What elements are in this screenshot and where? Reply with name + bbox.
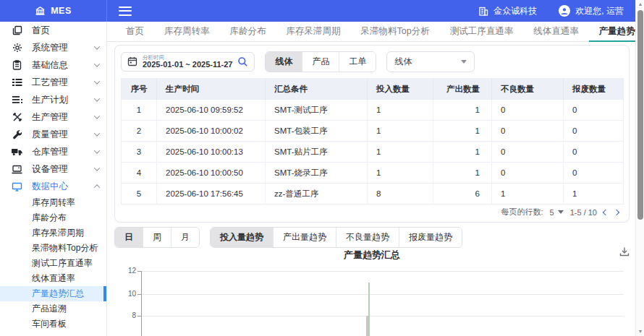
sidebar-subitem-workshop-board[interactable]: 车间看板 (0, 316, 106, 332)
trend-metric-toggle-group: 投入量趋势 产出量趋势 不良量趋势 报废量趋势 (210, 227, 462, 248)
sidebar-item-system-mgmt[interactable]: 系统管理 (0, 39, 106, 56)
period-option-month[interactable]: 月 (171, 228, 199, 247)
col-header-input-qty: 投入数量 (368, 79, 433, 100)
rows-per-page-select[interactable]: 5 (550, 208, 564, 217)
scroll-down-icon[interactable]: ▼ (637, 329, 643, 335)
chevron-down-icon (94, 95, 100, 101)
mes-app-window: MES 金众诚科技 (0, 0, 644, 336)
dimension-option-workorder[interactable]: 工单 (339, 52, 376, 72)
dimension-option-line[interactable]: 线体 (266, 52, 302, 72)
chart-controls-row: 日 周 月 投入量趋势 产出量趋势 不良量趋势 报废量趋势 (114, 227, 462, 248)
chevron-down-icon (94, 165, 100, 171)
sidebar-subitem-stock-age[interactable]: 库龄分布 (0, 210, 106, 225)
chevron-down-icon (94, 43, 100, 49)
app-title: MES (51, 6, 72, 16)
period-option-day[interactable]: 日 (115, 228, 143, 247)
company-name: 金众诚科技 (493, 5, 537, 17)
calendar-icon (127, 56, 137, 66)
y-axis-line (141, 271, 142, 336)
download-icon[interactable] (619, 246, 630, 257)
table-row[interactable]: 2 2025-06-10 10:00:02 SMT-包装工序 1 1 0 0 (122, 121, 624, 142)
y-axis-tick-label: 10 (109, 290, 136, 298)
user-avatar-icon (559, 5, 570, 17)
table-row[interactable]: 1 2025-06-10 09:59:52 SMT-测试工序 1 1 0 0 (122, 100, 624, 121)
chart-bar-highlight (368, 283, 370, 336)
app-logo[interactable]: MES (0, 0, 107, 22)
tab-output-trend[interactable]: 产量趋势汇总 × (589, 22, 635, 42)
chevron-down-icon (94, 113, 100, 119)
chevron-down-icon (94, 78, 100, 84)
chevron-up-icon (94, 184, 100, 190)
topbar-right: 金众诚科技 欢迎您, 运营 (478, 5, 635, 17)
table-row[interactable]: 4 2025-06-10 10:00:50 SMT-烧录工序 1 1 0 0 (122, 163, 624, 184)
list-icon (12, 77, 22, 88)
production-summary-table: 序号 生产时间 汇总条件 投入数量 产出数量 不良数量 报废数量 1 2025-… (121, 78, 624, 204)
tab-test-pass-rate[interactable]: 测试工序直通率 (440, 22, 524, 42)
sidebar-subitem-test-pass-rate[interactable]: 测试工序直通率 (0, 256, 106, 271)
chevron-down-icon (558, 210, 564, 214)
scroll-up-icon[interactable]: ▲ (637, 1, 643, 7)
line-select[interactable]: 线体 (386, 51, 475, 72)
chevron-down-icon (94, 61, 100, 66)
next-page-icon[interactable] (614, 209, 619, 215)
previous-page-icon[interactable] (603, 209, 609, 215)
tab-stagnant-top[interactable]: 呆滞物料Top分析 (351, 22, 440, 42)
trend-option-output[interactable]: 产出量趋势 (273, 228, 336, 247)
tab-stagnation-cycle[interactable]: 库存呆滞周期 (276, 22, 351, 42)
tab-inventory-turnover[interactable]: 库存周转率 (154, 22, 220, 42)
company-switcher[interactable]: 金众诚科技 (478, 5, 537, 17)
gridline (141, 316, 624, 316)
col-header-time: 生产时间 (157, 79, 266, 100)
tab-line-pass-rate[interactable]: 线体直通率 (523, 22, 589, 42)
user-menu[interactable]: 欢迎您, 运营 (559, 5, 624, 17)
table-row[interactable]: 3 2025-06-10 10:00:13 SMT-贴片工序 1 1 0 0 (122, 142, 624, 163)
main-content: 首页 库存周转率 库龄分布 库存呆滞周期 呆滞物料Top分析 测试工序直通率 线… (107, 22, 635, 336)
y-axis-tick-label: 8 (109, 311, 136, 319)
vertical-scrollbar[interactable]: ▲ ▼ (635, 0, 644, 336)
chevron-down-icon (461, 60, 467, 64)
dimension-toggle-group: 线体 产品 工单 (265, 51, 376, 72)
sidebar-item-data-center[interactable]: 数据中心 (0, 178, 106, 195)
welcome-text: 欢迎您, 运营 (575, 5, 624, 17)
tab-home[interactable]: 首页 (116, 22, 154, 42)
col-header-index: 序号 (122, 79, 157, 100)
table-header-row: 序号 生产时间 汇总条件 投入数量 产出数量 不良数量 报废数量 (122, 79, 624, 100)
hamburger-menu-icon[interactable] (119, 7, 132, 16)
sidebar-item-process-mgmt[interactable]: 工艺管理 (0, 74, 106, 91)
open-tabs-bar: 首页 库存周转率 库龄分布 库存呆滞周期 呆滞物料Top分析 测试工序直通率 线… (107, 22, 635, 42)
device-icon (12, 164, 22, 175)
trend-option-input[interactable]: 投入量趋势 (211, 228, 273, 247)
sidebar-subitem-stagnant-top[interactable]: 呆滞物料Top分析 (0, 241, 106, 256)
scrollbar-thumb[interactable] (637, 10, 643, 220)
period-option-week[interactable]: 周 (143, 228, 171, 247)
table-row[interactable]: 5 2025-06-10 17:56:45 zz-普通工序 8 6 1 1 (122, 184, 624, 204)
sidebar-item-production-plan[interactable]: 生产计划 (0, 91, 106, 108)
sidebar-subitem-output-trend[interactable]: 产量趋势汇总 (0, 286, 106, 301)
page-range: 1-5 / 10 (570, 208, 597, 217)
tab-stock-age[interactable]: 库龄分布 (220, 22, 276, 42)
wrench-icon (12, 129, 22, 140)
sidebar-item-equipment-mgmt[interactable]: 设备管理 (0, 160, 106, 178)
sidebar-item-warehouse-mgmt[interactable]: 仓库管理 (0, 143, 106, 160)
chevron-down-icon (94, 147, 100, 153)
sidebar-subitem-stagnation-cycle[interactable]: 库存呆滞周期 (0, 225, 106, 241)
date-range-picker[interactable]: 分析时间 2025-01-01 ~ 2025-11-27 (121, 52, 255, 72)
plan-icon (12, 95, 22, 105)
sidebar-item-basic-info[interactable]: 基础信息 (0, 56, 106, 74)
date-range-value: 2025-01-01 ~ 2025-11-27 (143, 61, 232, 69)
search-icon[interactable] (237, 56, 248, 67)
col-header-defect-qty: 不良数量 (492, 79, 564, 100)
y-axis-tick-label: 12 (109, 267, 136, 275)
trend-option-defect[interactable]: 不良量趋势 (336, 228, 399, 247)
sidebar-item-production-mgmt[interactable]: 生产管理 (0, 108, 106, 126)
sidebar-item-quality-mgmt[interactable]: 质量管理 (0, 126, 106, 143)
sidebar-subitem-product-trace[interactable]: 产品追溯 (0, 301, 106, 316)
filter-row: 分析时间 2025-01-01 ~ 2025-11-27 线体 产品 工单 (115, 46, 629, 77)
pages-icon (12, 25, 22, 36)
monitor-icon (12, 181, 22, 192)
trend-option-scrap[interactable]: 报废量趋势 (399, 228, 462, 247)
dimension-option-product[interactable]: 产品 (302, 52, 339, 72)
sidebar-subitem-inventory-turnover[interactable]: 库存周转率 (0, 195, 106, 210)
sidebar-item-home[interactable]: 首页 (0, 22, 106, 39)
sidebar-subitem-line-pass-rate[interactable]: 线体直通率 (0, 271, 106, 286)
